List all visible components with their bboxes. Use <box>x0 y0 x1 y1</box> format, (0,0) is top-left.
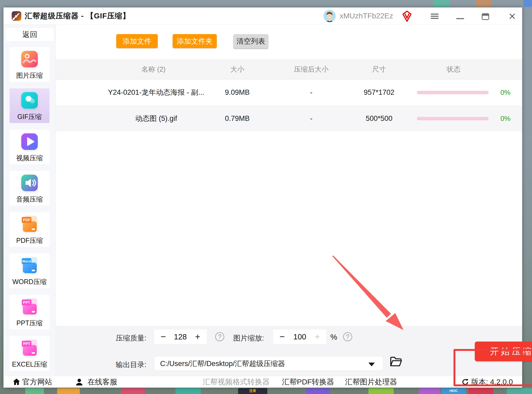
scale-help-icon[interactable]: ? <box>343 332 352 341</box>
table-row[interactable]: Y24-0201-龙年动态海报 - 副... 9.09MB - 957*1702… <box>56 79 522 105</box>
desktop-icon <box>306 388 330 394</box>
menu-icon[interactable] <box>431 14 439 19</box>
home-icon <box>13 378 20 386</box>
sidebar-item-word-compress[interactable]: Word WORD压缩 <box>10 253 49 288</box>
scale-decrease-button[interactable]: − <box>277 330 288 344</box>
file-name: Y24-0201-龙年动态海报 - 副... <box>108 79 204 105</box>
app-window: 汇帮超级压缩器 - 【GIF压缩】 xMUzhTFb22Ez <box>3 7 522 388</box>
scale-stepper: − 100 + <box>273 330 326 344</box>
column-header-size: 大小 <box>230 59 244 79</box>
sidebar: 返回 图片压缩 <box>3 24 56 376</box>
column-header-dimensions: 尺寸 <box>372 59 386 79</box>
file-size: 0.79MB <box>225 105 250 132</box>
svg-text:PPT: PPT <box>23 342 30 346</box>
desktop-background: 注音 HEIC 汇帮超级压缩器 - 【GIF压缩】 <box>0 0 532 394</box>
official-site-link[interactable]: 官方网站 <box>22 376 52 388</box>
desktop-icon <box>523 0 532 7</box>
version-text: 版本: 4.2.0.0 <box>471 376 513 388</box>
output-dir-select[interactable]: C:/Users/汇帮/Desktop/汇帮超级压缩器 <box>154 357 383 371</box>
file-size: 9.09MB <box>225 79 250 105</box>
column-header-compressed-size: 压缩后大小 <box>294 59 329 79</box>
title-bar: 汇帮超级压缩器 - 【GIF压缩】 xMUzhTFb22Ez <box>3 7 522 24</box>
desktop-icon <box>25 388 44 394</box>
vip-badge-icon[interactable] <box>402 10 412 22</box>
image-processor-link[interactable]: 汇帮图片处理器 <box>345 376 397 388</box>
app-logo-icon <box>11 11 22 21</box>
compressed-size: - <box>310 79 313 105</box>
online-service-link[interactable]: 在线客服 <box>88 376 117 388</box>
minimize-icon[interactable] <box>456 18 464 19</box>
sidebar-item-label: 音频压缩 <box>10 195 49 204</box>
svg-text:PPT: PPT <box>23 300 30 305</box>
scale-label: 图片缩放: <box>233 333 264 343</box>
column-header-status: 状态 <box>447 59 460 79</box>
sidebar-item-video-compress[interactable]: 视频压缩 <box>10 130 49 164</box>
quality-increase-button[interactable]: + <box>192 330 203 344</box>
add-file-button[interactable]: 添加文件 <box>116 34 158 48</box>
quality-value[interactable]: 128 <box>174 330 187 344</box>
sidebar-item-excel-compress[interactable]: PPT EXCEL压缩 <box>10 336 49 371</box>
compressed-size: - <box>310 105 313 132</box>
sidebar-item-label: EXCEL压缩 <box>10 360 49 369</box>
desktop-icon: HEIC <box>442 388 466 394</box>
add-folder-button[interactable]: 添加文件夹 <box>173 34 217 48</box>
progress-percent: 0% <box>500 79 510 105</box>
desktop-icon <box>57 388 80 394</box>
sidebar-item-image-compress[interactable]: 图片压缩 <box>10 47 49 82</box>
username-text: xMUzhTFb22Ez <box>340 7 393 24</box>
gif-compress-icon <box>19 90 40 111</box>
percent-sign: % <box>330 333 337 342</box>
close-icon[interactable] <box>508 13 516 20</box>
excel-compress-icon: PPT <box>19 338 40 358</box>
sidebar-item-gif-compress[interactable]: GIF压缩 <box>10 88 49 123</box>
ppt-compress-icon: PPT <box>19 296 40 317</box>
quality-stepper: − 128 + <box>154 330 207 344</box>
desktop-icon <box>507 388 532 394</box>
output-dir-label: 输出目录: <box>116 360 147 370</box>
video-compress-icon <box>19 131 40 152</box>
file-name: 动态图 (5).gif <box>135 105 177 132</box>
pdf-compress-icon: PDF <box>19 214 40 235</box>
user-avatar[interactable] <box>323 10 336 22</box>
word-compress-icon: Word <box>19 255 40 276</box>
quality-decrease-button[interactable]: − <box>158 330 169 344</box>
desktop-icon <box>121 388 145 394</box>
file-dimensions: 500*500 <box>366 105 393 132</box>
browse-folder-icon[interactable] <box>390 356 402 367</box>
sidebar-item-label: PDF压缩 <box>10 236 49 245</box>
sidebar-item-label: GIF压缩 <box>10 112 49 121</box>
scale-value[interactable]: 100 <box>293 330 306 344</box>
pdf-converter-link[interactable]: 汇帮PDF转换器 <box>282 376 334 388</box>
sidebar-item-label: PPT压缩 <box>10 319 49 327</box>
back-button[interactable]: 返回 <box>6 28 54 41</box>
sidebar-item-audio-compress[interactable]: 音频压缩 <box>10 171 49 206</box>
desktop-icon <box>368 388 394 394</box>
desktop-icon <box>433 0 450 7</box>
table-row[interactable]: 动态图 (5).gif 0.79MB - 500*500 0% <box>56 105 522 132</box>
audio-compress-icon <box>19 173 40 193</box>
scale-increase-button[interactable]: + <box>312 330 323 344</box>
maximize-icon[interactable] <box>482 13 489 20</box>
refresh-icon[interactable] <box>462 378 469 386</box>
desktop-icon <box>419 388 440 394</box>
sidebar-item-pdf-compress[interactable]: PDF PDF压缩 <box>10 212 49 247</box>
window-title: 汇帮超级压缩器 - 【GIF压缩】 <box>25 7 130 24</box>
footer-bar: 官方网站 在线客服 汇帮视频格式转换器 汇帮PDF转换器 汇帮图片处理器 版本:… <box>3 376 522 388</box>
progress-bar <box>417 91 489 94</box>
progress-percent: 0% <box>500 105 510 132</box>
progress-bar <box>417 117 489 120</box>
chevron-down-icon <box>368 363 375 366</box>
desktop-icon <box>176 388 201 394</box>
desktop-icon: 注音 <box>238 388 267 394</box>
desktop-icon <box>468 388 493 394</box>
clear-list-button[interactable]: 清空列表 <box>233 34 268 48</box>
file-dimensions: 957*1702 <box>364 79 394 105</box>
video-converter-link[interactable]: 汇帮视频格式转换器 <box>203 376 270 388</box>
svg-text:PDF: PDF <box>23 218 30 222</box>
quality-help-icon[interactable]: ? <box>215 332 224 341</box>
desktop-icon <box>476 0 492 7</box>
column-header-name: 名称 (2) <box>142 59 166 79</box>
start-compress-button[interactable]: 开始压缩 <box>475 342 532 361</box>
sidebar-item-ppt-compress[interactable]: PPT PPT压缩 <box>10 295 49 329</box>
sidebar-item-label: 图片压缩 <box>10 71 49 80</box>
